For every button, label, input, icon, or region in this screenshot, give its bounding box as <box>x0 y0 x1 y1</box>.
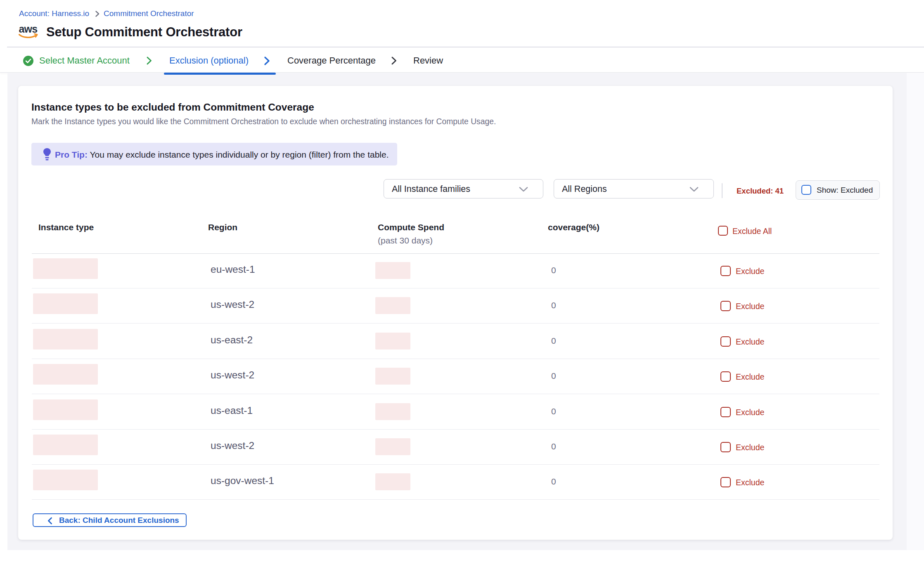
svg-text:aws: aws <box>19 24 38 35</box>
